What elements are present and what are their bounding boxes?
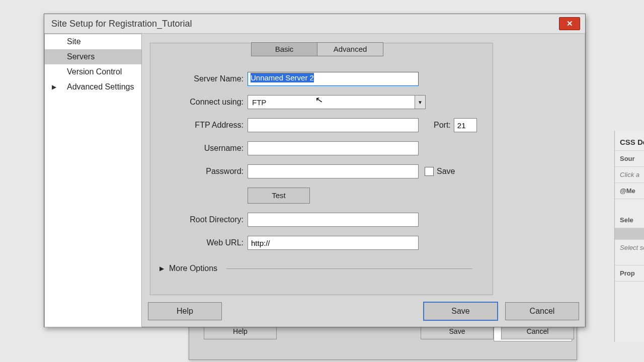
sidebar-item-label: Site (67, 37, 81, 46)
sidebar-item-label: Version Control (67, 67, 122, 76)
connect-using-select[interactable]: FTP ▼ (248, 95, 426, 109)
css-sources-hint: Click a (615, 167, 644, 183)
sidebar: Site Servers Version Control ▶ Advanced … (44, 34, 142, 327)
test-button[interactable]: Test (248, 188, 310, 204)
save-password-label: Save (437, 167, 455, 176)
port-label: Port: (434, 121, 451, 130)
divider (226, 268, 472, 269)
css-sources-header: Sour (615, 151, 644, 167)
dialog-title: Site Setup for Registration_Tutorial (51, 19, 192, 29)
save-password-checkbox[interactable] (425, 167, 434, 176)
tab-basic[interactable]: Basic (251, 42, 317, 56)
connect-using-value: FTP (252, 98, 266, 107)
close-icon: ✕ (567, 19, 573, 28)
servers-form-panel: Basic Advanced Server Name: Unnamed Serv… (150, 43, 493, 295)
chevron-right-icon: ▶ (159, 265, 164, 272)
connect-using-label: Connect using: (150, 98, 248, 107)
sidebar-item-label: Servers (67, 52, 95, 61)
tab-advanced[interactable]: Advanced (317, 42, 383, 56)
save-button[interactable]: Save (423, 302, 498, 321)
css-designer-panel: CSS De Sour Click a @Me Sele Select sele… (614, 131, 644, 342)
more-options-toggle[interactable]: ▶ More Options (159, 264, 493, 273)
site-setup-dialog: Site Setup for Registration_Tutorial ✕ S… (44, 14, 586, 327)
password-input[interactable] (248, 164, 419, 178)
close-button[interactable]: ✕ (559, 17, 580, 30)
server-name-value: Unnamed Server 2 (251, 73, 314, 82)
help-button[interactable]: Help (148, 302, 222, 320)
dialog-titlebar: Site Setup for Registration_Tutorial ✕ (44, 14, 585, 34)
ftp-address-input[interactable] (248, 118, 419, 132)
web-url-input[interactable] (248, 236, 419, 250)
css-search-box[interactable] (615, 228, 644, 240)
ftp-address-label: FTP Address: (150, 121, 248, 130)
username-input[interactable] (248, 141, 419, 155)
content-area: Basic Advanced Server Name: Unnamed Serv… (142, 34, 585, 327)
css-selectors-hint: Select select (615, 240, 644, 265)
more-options-label: More Options (169, 264, 217, 273)
username-label: Username: (150, 144, 248, 153)
server-name-input[interactable]: Unnamed Server 2 (248, 72, 419, 86)
css-properties-header: Prop (615, 265, 644, 282)
root-directory-input[interactable] (248, 213, 419, 227)
server-name-label: Server Name: (150, 74, 248, 83)
sidebar-item-label: Advanced Settings (67, 82, 134, 91)
sidebar-item-version-control[interactable]: Version Control (45, 64, 141, 79)
css-selectors-header: Sele (615, 212, 644, 228)
root-directory-label: Root Directory: (150, 215, 248, 224)
password-label: Password: (150, 167, 248, 176)
chevron-right-icon: ▶ (52, 83, 56, 90)
web-url-label: Web URL: (150, 238, 248, 247)
sidebar-item-servers[interactable]: Servers (45, 49, 141, 64)
css-media-header: @Me (615, 183, 644, 199)
chevron-down-icon: ▼ (415, 96, 425, 109)
cancel-button[interactable]: Cancel (505, 302, 579, 320)
form-tabs: Basic Advanced (251, 42, 383, 56)
css-panel-header: CSS De (615, 131, 644, 151)
vertical-divider (585, 34, 585, 327)
sidebar-item-site[interactable]: Site (45, 34, 141, 49)
server-form: Server Name: Unnamed Server 2 Connect us… (150, 72, 493, 273)
port-input[interactable] (454, 118, 477, 132)
dialog-footer: Help Save Cancel (148, 301, 579, 321)
sidebar-item-advanced-settings[interactable]: ▶ Advanced Settings (45, 79, 141, 95)
